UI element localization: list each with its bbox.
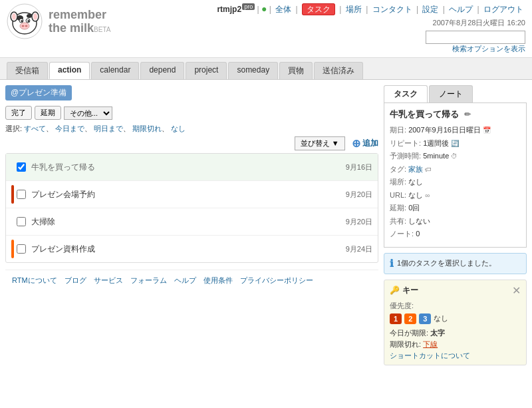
priority-indicator bbox=[11, 212, 14, 231]
sort-button[interactable]: 並び替え ▼ bbox=[295, 136, 345, 150]
left-panel: @プレゼン準備 完了 延期 その他... 選択: すべて、 今日まで、 明日まで… bbox=[5, 85, 378, 365]
svg-point-13 bbox=[22, 25, 25, 27]
add-label: 追加 bbox=[362, 138, 378, 148]
filter-today[interactable]: 今日まで bbox=[55, 124, 84, 132]
add-button[interactable]: ⊕ 追加 bbox=[352, 137, 378, 150]
overdue-label: 期限切れ: bbox=[390, 340, 421, 348]
tab-inbox[interactable]: 受信箱 bbox=[7, 62, 48, 79]
nav-all[interactable]: 全体 bbox=[275, 5, 291, 14]
detail-estimate: 予測時間: 5minute ⏱ bbox=[390, 150, 521, 162]
smart-list-tag[interactable]: @プレゼン準備 bbox=[5, 85, 72, 101]
task-checkbox-4[interactable] bbox=[17, 244, 26, 254]
tag-value[interactable]: 家族 bbox=[408, 165, 423, 173]
username: rtmjp2 bbox=[217, 5, 241, 14]
footer-help[interactable]: ヘルプ bbox=[174, 276, 196, 284]
complete-button[interactable]: 完了 bbox=[5, 106, 32, 120]
tab-depend[interactable]: depend bbox=[140, 62, 184, 79]
task-name-4[interactable]: プレゼン資料作成 bbox=[31, 244, 346, 255]
smart-list: @プレゼン準備 bbox=[5, 85, 378, 101]
note-value: 0 bbox=[416, 230, 420, 238]
task-checkbox-3[interactable] bbox=[17, 217, 26, 226]
priority-indicator bbox=[11, 185, 14, 204]
task-date-2: 9月20日 bbox=[346, 190, 372, 200]
clock-icon[interactable]: ⏱ bbox=[451, 152, 458, 160]
other-select[interactable]: その他... bbox=[64, 106, 112, 120]
info-message: 1個のタスクを選択しました。 bbox=[397, 258, 496, 268]
sep3: | bbox=[296, 5, 300, 14]
filter-none[interactable]: なし bbox=[171, 124, 186, 132]
task-date-1: 9月16日 bbox=[346, 162, 372, 172]
detail-place: 場所: なし bbox=[390, 176, 521, 188]
table-row: 牛乳を買って帰る 9月16日 bbox=[6, 154, 378, 181]
priority-badge-1: 1 bbox=[390, 313, 402, 324]
key-close-button[interactable]: ✕ bbox=[512, 284, 521, 297]
footer-about[interactable]: RTMについて bbox=[12, 276, 57, 284]
calendar-icon[interactable]: 📅 bbox=[483, 126, 491, 134]
tab-note-detail[interactable]: ノート bbox=[429, 85, 473, 102]
tab-task-detail[interactable]: タスク bbox=[384, 85, 428, 102]
footer-service[interactable]: サービス bbox=[94, 276, 123, 284]
detail-share: 共有: しない bbox=[390, 216, 521, 227]
nav-contact[interactable]: コンタクト bbox=[372, 5, 412, 14]
separator2: | bbox=[269, 5, 273, 14]
add-plus-icon: ⊕ bbox=[352, 138, 360, 149]
task-checkbox-2[interactable] bbox=[17, 190, 26, 199]
nav-task[interactable]: タスク bbox=[302, 3, 335, 15]
header: remember the milkBETA rtmjp2pro | ● | 全体… bbox=[0, 0, 532, 58]
logo-area: remember the milkBETA bbox=[7, 3, 110, 40]
priority-badges: 1 2 3 なし bbox=[390, 313, 521, 324]
task-name-2[interactable]: プレゼン会場予約 bbox=[31, 189, 346, 200]
shortcut-link[interactable]: ショートカットについて bbox=[390, 351, 470, 359]
edit-pencil-icon[interactable]: ✏ bbox=[464, 110, 471, 119]
priority-label: 優先度: bbox=[390, 301, 521, 311]
detail-url: URL: なし ∞ bbox=[390, 190, 521, 201]
search-area: 検索オプションを表示 bbox=[217, 31, 525, 54]
footer-forum[interactable]: フォーラム bbox=[130, 276, 167, 284]
priority-indicator bbox=[11, 158, 14, 176]
task-checkbox-1[interactable] bbox=[17, 162, 26, 172]
svg-point-7 bbox=[27, 14, 32, 18]
task-list: 牛乳を買って帰る 9月16日 プレゼン会場予約 9月20日 大掃除 9月20日 bbox=[5, 153, 378, 263]
tab-calendar[interactable]: calendar bbox=[91, 62, 139, 79]
share-value: しない bbox=[408, 217, 430, 225]
logo-text: remember the milkBETA bbox=[49, 9, 110, 35]
due-value: 2007年9月16日日曜日 bbox=[408, 126, 481, 134]
url-icon[interactable]: ∞ bbox=[425, 192, 430, 199]
footer-terms[interactable]: 使用条件 bbox=[203, 276, 233, 284]
search-input[interactable] bbox=[426, 31, 525, 44]
tab-buy[interactable]: 買物 bbox=[279, 62, 313, 79]
right-panel: タスク ノート 牛乳を買って帰る ✏ 期日: 2007年9月16日日曜日 📅 リ… bbox=[384, 85, 527, 365]
filter-tomorrow[interactable]: 明日まで bbox=[94, 124, 123, 132]
overdue-style: 下線 bbox=[423, 340, 438, 348]
filter-overdue[interactable]: 期限切れ bbox=[132, 124, 162, 132]
tab-action[interactable]: action bbox=[49, 62, 90, 79]
priority-badge-2: 2 bbox=[404, 313, 416, 324]
sort-add-bar: 並び替え ▼ ⊕ 追加 bbox=[5, 136, 378, 150]
svg-point-14 bbox=[25, 25, 28, 27]
nav-logout[interactable]: ログアウト bbox=[483, 5, 523, 14]
task-name-1[interactable]: 牛乳を買って帰る bbox=[31, 162, 346, 173]
place-value: なし bbox=[408, 178, 423, 186]
nav-help[interactable]: ヘルプ bbox=[449, 5, 473, 14]
overdue-note: 期限切れ: 下線 bbox=[390, 339, 521, 349]
priority-indicator bbox=[11, 240, 14, 258]
tab-project[interactable]: project bbox=[186, 62, 227, 79]
nav-settings[interactable]: 設定 bbox=[422, 5, 438, 14]
postpone-button[interactable]: 延期 bbox=[35, 106, 61, 120]
filter-all[interactable]: すべて bbox=[24, 124, 46, 132]
table-row: プレゼン資料作成 9月24日 bbox=[6, 236, 378, 262]
datetime: 2007年8月28日火曜日 16:20 bbox=[217, 18, 525, 28]
nav-place[interactable]: 場所 bbox=[346, 5, 362, 14]
footer-privacy[interactable]: プライバシーポリシー bbox=[240, 276, 313, 284]
footer-blog[interactable]: ブログ bbox=[65, 276, 86, 284]
task-name-3[interactable]: 大掃除 bbox=[31, 216, 346, 228]
task-note-tabs: タスク ノート bbox=[384, 85, 527, 103]
tag-icon[interactable]: 🏷 bbox=[425, 166, 432, 173]
tab-sent[interactable]: 送信済み bbox=[314, 62, 363, 79]
tab-someday[interactable]: someday bbox=[228, 62, 278, 79]
repeat-icon[interactable]: 🔄 bbox=[451, 140, 459, 147]
detail-due: 期日: 2007年9月16日日曜日 📅 bbox=[390, 124, 521, 136]
detail-postpone: 延期: 0回 bbox=[390, 202, 521, 214]
sep4: | bbox=[339, 5, 343, 14]
search-options-link[interactable]: 検索オプションを表示 bbox=[452, 44, 525, 54]
